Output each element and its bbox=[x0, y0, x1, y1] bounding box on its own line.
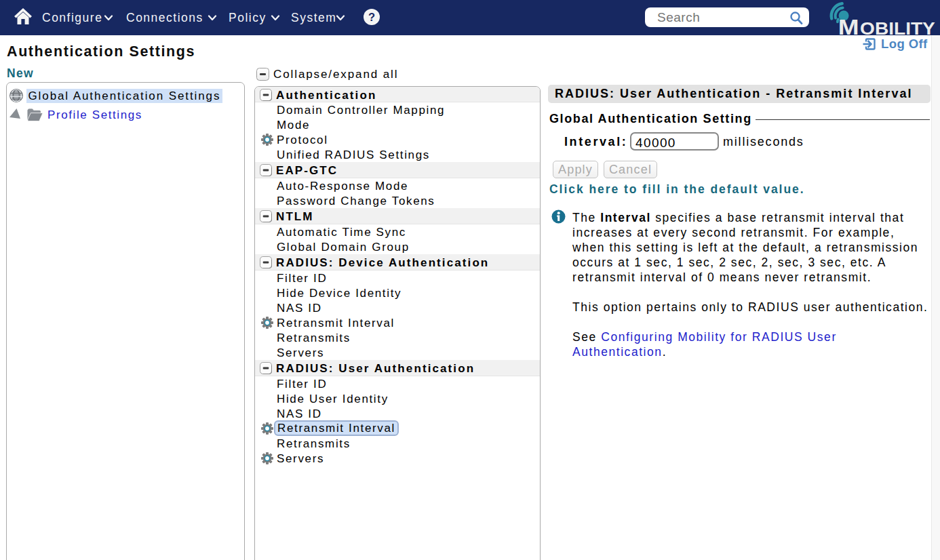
svg-text:?: ? bbox=[368, 11, 375, 23]
svg-text:M: M bbox=[838, 16, 859, 35]
svg-text:OBILITY: OBILITY bbox=[860, 18, 935, 35]
